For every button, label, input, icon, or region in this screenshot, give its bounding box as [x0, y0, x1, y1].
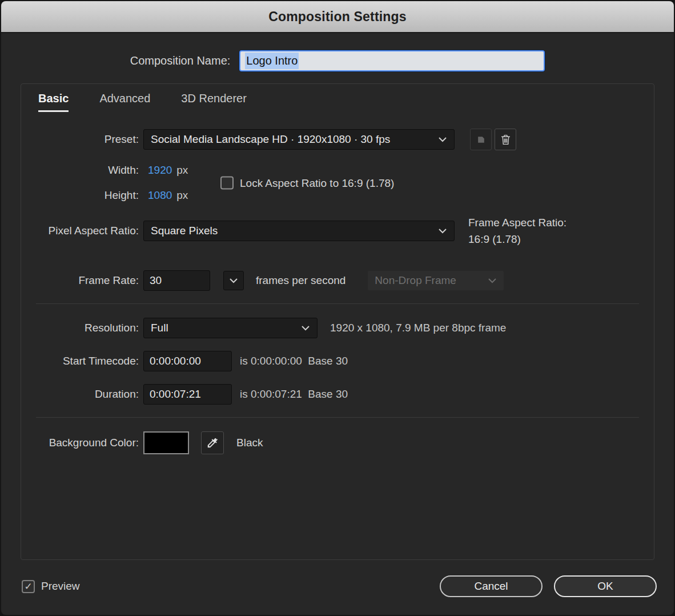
tab-advanced-label: Advanced: [99, 92, 150, 105]
cancel-button-label: Cancel: [474, 580, 508, 593]
resolution-row: Resolution: Full 1920 x 1080, 7.9 MB per…: [21, 318, 654, 338]
resolution-info: 1920 x 1080, 7.9 MB per 8bpc frame: [330, 322, 506, 334]
frames-per-second-label: frames per second: [256, 274, 345, 287]
chevron-down-icon: [301, 325, 310, 331]
preview-toggle[interactable]: ✓ Preview: [22, 580, 80, 593]
height-value[interactable]: 1080: [148, 189, 172, 202]
pixel-aspect-dropdown[interactable]: Square Pixels: [143, 221, 455, 241]
preset-row: Preset: Social Media Landscape HD · 1920…: [21, 129, 654, 150]
start-timecode-row: Start Timecode: is 0:00:00:00 Base 30: [21, 351, 654, 371]
check-icon: ✓: [24, 582, 32, 591]
frame-rate-label: Frame Rate:: [21, 274, 139, 287]
eyedropper-icon: [206, 437, 219, 449]
pixel-aspect-row: Pixel Aspect Ratio: Square Pixels Frame …: [21, 214, 654, 247]
tab-bar: Basic Advanced 3D Renderer: [21, 92, 654, 118]
resolution-dropdown[interactable]: Full: [143, 318, 318, 338]
tab-basic-label: Basic: [38, 92, 69, 105]
duration-input[interactable]: [143, 384, 232, 405]
duration-info: is 0:00:07:21 Base 30: [240, 388, 348, 401]
dialog-footer: ✓ Preview Cancel OK: [1, 560, 674, 613]
pixel-aspect-label: Pixel Aspect Ratio:: [21, 225, 139, 237]
tab-3d-renderer[interactable]: 3D Renderer: [181, 92, 247, 110]
preset-label: Preset:: [21, 133, 139, 146]
dimensions-block: Width: 1920 px Height: 1080 px Lock Aspe…: [21, 164, 654, 202]
height-unit: px: [176, 189, 188, 202]
settings-panel: Basic Advanced 3D Renderer Preset: Socia…: [21, 83, 654, 560]
divider: [36, 303, 639, 304]
duration-label: Duration:: [21, 388, 139, 401]
composition-name-label: Composition Name:: [130, 54, 231, 67]
lock-aspect-label: Lock Aspect Ratio to 16:9 (1.78): [240, 177, 394, 189]
start-timecode-label: Start Timecode:: [21, 355, 139, 367]
pixel-aspect-value: Square Pixels: [151, 225, 218, 237]
composition-name-row: Composition Name: Logo Intro: [1, 50, 674, 71]
width-unit: px: [176, 164, 188, 177]
width-value[interactable]: 1920: [148, 164, 172, 177]
preview-label: Preview: [41, 580, 80, 593]
background-color-row: Background Color: Black: [21, 431, 654, 454]
composition-name-value: Logo Intro: [245, 53, 299, 69]
height-row: Height: 1080 px: [21, 189, 654, 202]
delete-preset-button[interactable]: [495, 129, 516, 150]
width-label: Width:: [21, 164, 139, 177]
chevron-down-icon: [438, 228, 447, 234]
dialog-titlebar[interactable]: Composition Settings: [1, 1, 674, 33]
composition-settings-dialog: Composition Settings Composition Name: L…: [0, 0, 675, 616]
background-color-swatch[interactable]: [143, 431, 189, 454]
frame-rate-row: Frame Rate: frames per second Non-Drop F…: [21, 270, 654, 291]
start-timecode-info: is 0:00:00:00 Base 30: [240, 355, 348, 367]
duration-row: Duration: is 0:00:07:21 Base 30: [21, 384, 654, 405]
cancel-button[interactable]: Cancel: [440, 575, 543, 597]
save-preset-button[interactable]: [470, 129, 492, 150]
resolution-label: Resolution:: [21, 322, 139, 334]
tab-3d-renderer-label: 3D Renderer: [181, 92, 247, 105]
ok-button[interactable]: OK: [554, 575, 657, 597]
preset-dropdown[interactable]: Social Media Landscape HD · 1920x1080 · …: [143, 129, 455, 150]
background-color-name: Black: [236, 437, 263, 449]
ok-button-label: OK: [597, 580, 613, 593]
tab-advanced[interactable]: Advanced: [99, 92, 150, 110]
trash-icon: [501, 134, 511, 145]
tab-basic[interactable]: Basic: [38, 92, 69, 112]
chevron-down-icon: [229, 278, 238, 283]
lock-aspect-checkbox[interactable]: [220, 177, 234, 190]
composition-name-input[interactable]: Logo Intro: [239, 50, 545, 71]
frame-aspect-block: Frame Aspect Ratio: 16:9 (1.78): [468, 214, 566, 247]
start-timecode-input[interactable]: [143, 351, 232, 371]
frame-aspect-value: 16:9 (1.78): [468, 231, 566, 247]
dialog-title: Composition Settings: [268, 9, 407, 25]
frame-rate-input[interactable]: [143, 270, 210, 291]
height-label: Height:: [21, 189, 139, 202]
chevron-down-icon: [488, 278, 497, 283]
divider: [36, 417, 639, 418]
eyedropper-button[interactable]: [201, 431, 224, 454]
width-row: Width: 1920 px: [21, 164, 654, 177]
drop-frame-value: Non-Drop Frame: [375, 274, 456, 287]
preview-checkbox[interactable]: ✓: [22, 580, 35, 593]
save-preset-icon: [476, 135, 486, 145]
background-color-label: Background Color:: [21, 437, 139, 449]
chevron-down-icon: [438, 137, 447, 142]
preset-value: Social Media Landscape HD · 1920x1080 · …: [151, 133, 390, 146]
drop-frame-dropdown: Non-Drop Frame: [367, 270, 504, 291]
frame-aspect-label: Frame Aspect Ratio:: [468, 214, 566, 231]
lock-aspect-row: Lock Aspect Ratio to 16:9 (1.78): [220, 177, 394, 190]
frame-rate-dropdown-button[interactable]: [223, 271, 244, 290]
resolution-value: Full: [151, 322, 168, 334]
